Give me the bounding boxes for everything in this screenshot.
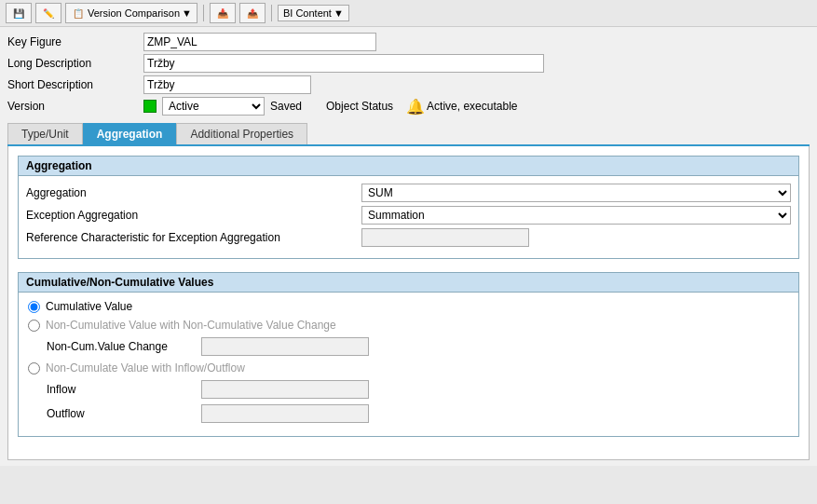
bi-content-arrow: ▼: [334, 7, 344, 19]
non-cumulate-inflow-row: Non-Cumulate Value with Inflow/Outflow: [28, 361, 789, 375]
exception-aggregation-label: Exception Aggregation: [26, 209, 361, 222]
main-area: Key Figure Long Description Short Descri…: [0, 27, 817, 466]
tabs-bar: Type/Unit Aggregation Additional Propert…: [7, 123, 810, 146]
version-active-indicator: [143, 100, 157, 113]
separator-1: [203, 5, 204, 21]
version-comparison-button[interactable]: 📋 Version Comparison ▼: [65, 3, 197, 23]
short-desc-label: Short Description: [7, 78, 138, 91]
inflow-label: Inflow: [47, 383, 196, 396]
toolbar-icon-2[interactable]: ✏️: [35, 3, 61, 23]
aggregation-section-body: Aggregation SUM AVG MIN MAX Exception Ag…: [18, 176, 799, 259]
object-status-label: Object Status: [326, 100, 393, 113]
toolbar-icon-3[interactable]: 📥: [210, 3, 236, 23]
version-comparison-arrow: ▼: [182, 7, 192, 19]
outflow-label: Outflow: [47, 407, 196, 420]
non-cumulative-change-row: Non-Cumulative Value with Non-Cumulative…: [28, 319, 789, 332]
reference-char-row: Reference Characteristic for Exception A…: [26, 228, 791, 247]
export-icon: 📤: [245, 6, 260, 20]
reference-char-input[interactable]: [361, 228, 529, 247]
tab-additional-properties[interactable]: Additional Properties: [176, 123, 307, 144]
reference-char-label: Reference Characteristic for Exception A…: [26, 231, 361, 244]
object-status-icon: 🔔: [408, 99, 423, 114]
toolbar: 💾 ✏️ 📋 Version Comparison ▼ 📥 📤 BI Conte…: [0, 0, 817, 27]
cumulative-section-body: Cumulative Value Non-Cumulative Value wi…: [18, 293, 799, 437]
cumulative-section: Cumulative/Non-Cumulative Values Cumulat…: [18, 272, 799, 437]
non-cumulative-change-radio[interactable]: [28, 320, 40, 332]
cumulative-value-radio[interactable]: [28, 301, 40, 313]
exception-aggregation-select[interactable]: Summation Average Minimum Maximum: [361, 206, 791, 225]
bi-content-label: BI Content: [283, 7, 332, 19]
key-figure-label: Key Figure: [7, 35, 138, 48]
separator-2: [271, 5, 272, 21]
long-desc-input[interactable]: [143, 54, 544, 73]
inflow-subrow: Inflow: [47, 380, 789, 399]
exception-aggregation-row: Exception Aggregation Summation Average …: [26, 206, 791, 225]
non-cumulate-inflow-radio[interactable]: [28, 362, 40, 375]
bi-content-button[interactable]: BI Content ▼: [278, 5, 349, 21]
outflow-input[interactable]: [201, 404, 369, 423]
toolbar-icon-4[interactable]: 📤: [239, 3, 266, 23]
non-cum-value-change-label: Non-Cum.Value Change: [47, 340, 196, 353]
exception-aggregation-input-wrap: Summation Average Minimum Maximum: [361, 206, 791, 225]
outflow-subrow: Outflow: [47, 404, 789, 423]
object-status-value: Active, executable: [427, 100, 517, 113]
aggregation-label: Aggregation: [26, 186, 361, 199]
long-desc-label: Long Description: [7, 57, 138, 70]
saved-text: Saved: [270, 100, 302, 113]
aggregation-row: Aggregation SUM AVG MIN MAX: [26, 184, 791, 202]
short-desc-input[interactable]: [143, 75, 311, 94]
cumulative-value-row: Cumulative Value: [28, 300, 789, 313]
version-comparison-label: Version Comparison: [88, 7, 180, 19]
aggregation-select[interactable]: SUM AVG MIN MAX: [361, 184, 791, 202]
version-row: Version Active Saved Object Status 🔔 Act…: [7, 97, 810, 116]
tab-type-unit[interactable]: Type/Unit: [7, 123, 83, 144]
toolbar-icon-1[interactable]: 💾: [6, 3, 32, 23]
compare-icon: 📋: [71, 6, 86, 20]
tab-content: Aggregation Aggregation SUM AVG MIN MAX: [7, 146, 810, 460]
import-icon: 📥: [215, 6, 230, 20]
aggregation-section-header: Aggregation: [18, 156, 799, 176]
inflow-input[interactable]: [201, 380, 369, 399]
cumulative-value-label: Cumulative Value: [46, 300, 132, 313]
edit-icon: ✏️: [41, 6, 56, 20]
non-cum-value-change-input[interactable]: [201, 337, 369, 356]
tab-aggregation[interactable]: Aggregation: [83, 123, 177, 144]
non-cumulate-inflow-label: Non-Cumulate Value with Inflow/Outflow: [46, 361, 245, 375]
aggregation-section: Aggregation Aggregation SUM AVG MIN MAX: [18, 156, 799, 259]
reference-char-input-wrap: [361, 228, 791, 247]
aggregation-input-wrap: SUM AVG MIN MAX: [361, 184, 791, 202]
version-select[interactable]: Active: [162, 97, 265, 116]
non-cum-value-change-subrow: Non-Cum.Value Change: [47, 337, 789, 356]
non-cumulative-change-label: Non-Cumulative Value with Non-Cumulative…: [46, 319, 336, 332]
cumulative-section-header: Cumulative/Non-Cumulative Values: [18, 272, 799, 293]
version-label: Version: [7, 100, 138, 113]
save-icon: 💾: [11, 6, 26, 20]
key-figure-input[interactable]: [143, 33, 376, 51]
